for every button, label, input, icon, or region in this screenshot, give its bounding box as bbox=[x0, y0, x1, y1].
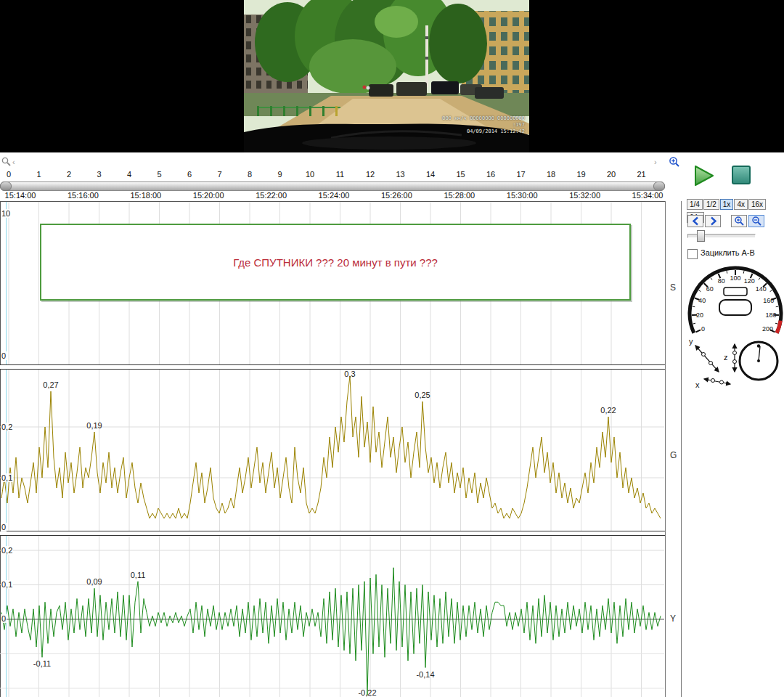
ruler-number: 3 bbox=[97, 170, 101, 179]
speedometer-gauge: 020406080100120140160180200 bbox=[687, 266, 784, 338]
ruler-timestamp: 15:26:00 bbox=[381, 191, 412, 200]
svg-text:0: 0 bbox=[701, 325, 705, 333]
stop-button[interactable] bbox=[732, 166, 751, 184]
g-axis-02: 0,2 bbox=[1, 423, 13, 431]
zoom-in-button[interactable] bbox=[731, 215, 747, 227]
ruler-timestamp: 15:20:00 bbox=[193, 191, 224, 200]
yaxis-chart[interactable]: 0,090,11-0,11-0,14-0,22 bbox=[0, 536, 664, 697]
svg-text:200: 200 bbox=[762, 325, 773, 333]
y-axis-02: 0,2 bbox=[1, 546, 13, 555]
ruler-number: 16 bbox=[486, 170, 495, 179]
panel-divider bbox=[0, 364, 665, 370]
ruler-number: 11 bbox=[336, 170, 344, 179]
g-axis-01: 0,1 bbox=[1, 473, 13, 482]
speed-button-4x[interactable]: 4x bbox=[734, 199, 748, 210]
video-overlay-datetime: 04/09/2014 15:12:42 bbox=[442, 129, 525, 135]
ruler-number: 1 bbox=[36, 170, 41, 179]
y-axis-0: 0 bbox=[1, 614, 7, 623]
ruler-number: 7 bbox=[217, 170, 221, 179]
panel-divider bbox=[0, 531, 665, 536]
svg-text:0,11: 0,11 bbox=[131, 571, 146, 579]
ruler-timestamp: 15:24:00 bbox=[319, 191, 350, 200]
play-button[interactable] bbox=[691, 164, 717, 187]
ruler-number: 19 bbox=[576, 170, 585, 179]
loop-ab-checkbox[interactable] bbox=[687, 249, 698, 259]
svg-text:120: 120 bbox=[744, 277, 755, 285]
ruler-number: 20 bbox=[607, 170, 616, 179]
annotation-box: Где СПУТНИКИ ??? 20 минут в пути ??? bbox=[40, 224, 631, 301]
ruler-number: 15 bbox=[456, 170, 465, 179]
speed-button-1/2[interactable]: 1/2 bbox=[703, 199, 719, 210]
ruler-timestamp: 15:16:00 bbox=[68, 191, 99, 200]
speed-button-16x[interactable]: 16x bbox=[748, 199, 766, 210]
svg-text:140: 140 bbox=[756, 285, 767, 293]
ruler-timestamp: 15:28:00 bbox=[444, 191, 475, 200]
svg-text:0,27: 0,27 bbox=[43, 380, 58, 389]
ruler-timestamp: 15:32:00 bbox=[569, 191, 600, 200]
ruler-timestamp: 15:14:00 bbox=[5, 191, 36, 200]
svg-text:-0,22: -0,22 bbox=[358, 688, 376, 697]
ruler-number: 4 bbox=[127, 170, 131, 179]
timeline-scrollbar[interactable] bbox=[0, 182, 665, 191]
gsensor-panel[interactable]: 0,270,190,30,250,22 0,2 0,1 0 bbox=[0, 370, 665, 531]
speed-button-1/4[interactable]: 1/4 bbox=[687, 199, 703, 210]
step-back-button[interactable] bbox=[687, 215, 703, 227]
speed-button-1x[interactable]: 1x bbox=[720, 199, 734, 210]
gsensor-chart[interactable]: 0,270,190,30,250,22 bbox=[0, 370, 664, 531]
axis-x-label: x bbox=[695, 380, 700, 389]
svg-text:-0,11: -0,11 bbox=[33, 659, 51, 668]
axis-z-label: z bbox=[724, 353, 728, 362]
svg-text:20: 20 bbox=[696, 311, 703, 319]
video-overlay: 000 км/ч 00000000 000000000 :197 04/09/2… bbox=[442, 115, 525, 135]
annotation-text: Где СПУТНИКИ ??? 20 минут в пути ??? bbox=[233, 256, 438, 269]
ruler-number: 2 bbox=[67, 170, 71, 179]
video-strip: 000 км/ч 00000000 000000000 :197 04/09/2… bbox=[0, 0, 784, 152]
ruler-timestamp: 15:22:00 bbox=[256, 191, 287, 200]
svg-text:0,3: 0,3 bbox=[344, 370, 355, 378]
y-axis-01: 0,1 bbox=[1, 580, 13, 589]
yaxis-panel-letter: Y bbox=[670, 614, 676, 624]
loop-ab-label: Зациклить A-B bbox=[701, 248, 755, 257]
ruler-number: 10 bbox=[306, 170, 314, 179]
ruler-number: 5 bbox=[157, 170, 161, 179]
s-axis-max: 10 bbox=[1, 209, 11, 218]
svg-text:0,25: 0,25 bbox=[415, 391, 430, 399]
ruler-number: 0 bbox=[7, 170, 11, 179]
ruler-timestamp: 15:18:00 bbox=[130, 191, 161, 200]
svg-text:160: 160 bbox=[763, 297, 774, 304]
ruler-number: 17 bbox=[516, 170, 525, 179]
speed-panel[interactable]: 10 0 Где СПУТНИКИ ??? 20 минут в пути ??… bbox=[0, 202, 665, 364]
scroll-left-arrow[interactable]: ‹ bbox=[12, 158, 15, 166]
video-overlay-counter: :197 bbox=[442, 122, 525, 129]
ruler-number: 6 bbox=[187, 170, 192, 179]
svg-text:0,09: 0,09 bbox=[86, 577, 102, 586]
speed-slider[interactable] bbox=[687, 234, 756, 238]
speed-panel-letter: S bbox=[670, 282, 676, 293]
svg-text:40: 40 bbox=[698, 297, 706, 304]
speed-slider-thumb[interactable] bbox=[697, 230, 705, 242]
step-forward-button[interactable] bbox=[705, 215, 721, 227]
axis-y-label: y bbox=[689, 337, 693, 346]
svg-text:100: 100 bbox=[730, 274, 740, 282]
svg-text:0,22: 0,22 bbox=[600, 406, 616, 415]
timeline-ruler: ‹ › 0123456789101112131415161718192021 1… bbox=[0, 155, 685, 202]
svg-text:60: 60 bbox=[706, 285, 714, 293]
playback-controls: 1/41/21x4x16x64x Зациклить bbox=[685, 155, 784, 697]
yaxis-panel[interactable]: 0,090,11-0,11-0,14-0,22 0,2 0,1 0 bbox=[0, 536, 665, 697]
ruler-number: 8 bbox=[248, 170, 252, 179]
svg-text:0,19: 0,19 bbox=[86, 421, 102, 430]
ruler-number: 9 bbox=[277, 170, 282, 179]
video-overlay-speed: 000 км/ч 00000000 000000000 bbox=[442, 115, 525, 122]
svg-text:80: 80 bbox=[718, 277, 725, 285]
ruler-timestamp: 15:30:00 bbox=[507, 191, 538, 200]
ruler-number: 13 bbox=[396, 170, 404, 179]
svg-text:180: 180 bbox=[765, 311, 776, 319]
timeline-zoom-icon[interactable] bbox=[1, 157, 11, 166]
zoom-out-button[interactable] bbox=[748, 215, 764, 227]
ruler-number: 21 bbox=[637, 170, 645, 179]
scroll-right-arrow[interactable]: › bbox=[654, 158, 657, 166]
panel-letter-rail: S G Y bbox=[665, 201, 682, 697]
g-axis-0: 0 bbox=[1, 523, 7, 531]
ruler-timestamp: 15:34:00 bbox=[632, 191, 663, 200]
timeline-zoom-in-icon[interactable] bbox=[669, 156, 680, 168]
